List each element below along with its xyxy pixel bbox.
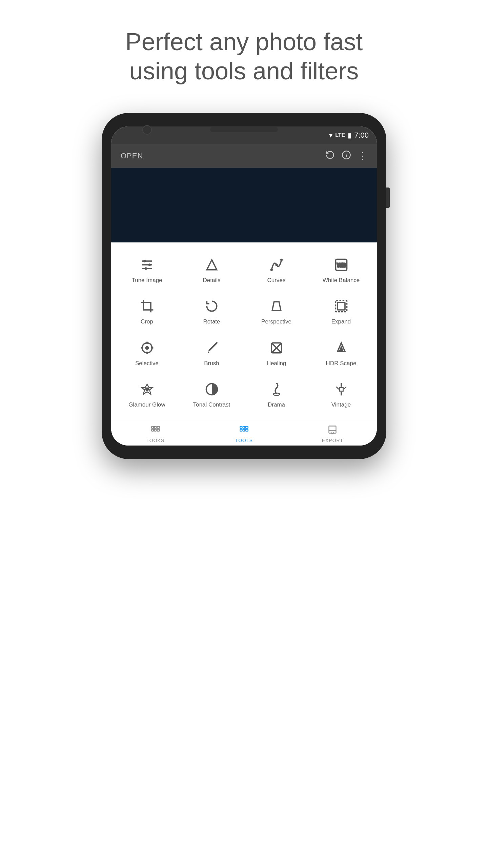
svg-rect-50: [243, 429, 245, 431]
details-icon: [203, 256, 221, 274]
tool-crop[interactable]: Crop: [115, 291, 179, 332]
svg-rect-41: [154, 427, 156, 429]
phone-shell: ▾ LTE ▮ 7:00 OPEN: [102, 113, 386, 459]
tools-panel: Tune Image Details: [111, 242, 377, 422]
nav-looks[interactable]: LOOKS: [111, 422, 200, 446]
vintage-label: Vintage: [331, 401, 351, 408]
tool-details[interactable]: Details: [179, 249, 244, 291]
svg-rect-42: [157, 427, 159, 429]
tool-vintage[interactable]: Vintage: [309, 374, 373, 415]
more-icon[interactable]: ⋮: [358, 150, 367, 161]
phone-camera: [142, 125, 152, 135]
lte-icon: LTE: [335, 132, 345, 138]
crop-icon: [138, 297, 156, 315]
hdr-scape-label: HDR Scape: [326, 360, 357, 367]
tool-healing[interactable]: Healing: [244, 332, 309, 374]
tune-image-label: Tune Image: [131, 277, 162, 284]
page-heading: Perfect any photo fast using tools and f…: [92, 27, 396, 86]
svg-rect-39: [339, 387, 343, 391]
phone-power-button: [386, 188, 390, 208]
svg-rect-45: [157, 429, 159, 431]
healing-icon: [268, 339, 285, 357]
selective-icon: [138, 339, 156, 357]
tool-rotate[interactable]: Rotate: [179, 291, 244, 332]
svg-point-7: [148, 263, 150, 266]
expand-label: Expand: [331, 318, 351, 325]
tune-image-icon: [138, 256, 156, 274]
svg-rect-40: [151, 427, 154, 429]
svg-rect-43: [151, 429, 154, 431]
details-label: Details: [203, 277, 221, 284]
svg-point-10: [270, 269, 272, 271]
svg-point-34: [273, 393, 279, 395]
tools-label: TOOLS: [235, 438, 253, 443]
tool-tonal-contrast[interactable]: Tonal Contrast: [179, 374, 244, 415]
vintage-icon: [332, 380, 350, 398]
brush-icon: [203, 339, 221, 357]
perspective-label: Perspective: [261, 318, 291, 325]
white-balance-icon: WB: [332, 256, 350, 274]
open-button[interactable]: OPEN: [121, 152, 143, 160]
tools-icon: [239, 425, 249, 436]
status-icons: ▾ LTE ▮ 7:00: [329, 131, 369, 140]
phone-screen: ▾ LTE ▮ 7:00 OPEN: [111, 126, 377, 446]
svg-rect-48: [246, 427, 248, 429]
tool-selective[interactable]: Selective: [115, 332, 179, 374]
svg-rect-47: [243, 427, 245, 429]
svg-point-12: [280, 258, 283, 261]
curves-icon: [268, 256, 285, 274]
curves-label: Curves: [267, 277, 286, 284]
drama-icon: [268, 380, 285, 398]
perspective-icon: [268, 297, 285, 315]
bottom-nav: LOOKS TOOLS: [111, 422, 377, 446]
svg-point-11: [275, 263, 278, 266]
svg-rect-19: [338, 302, 345, 310]
looks-label: LOOKS: [146, 438, 164, 443]
info-icon[interactable]: [342, 150, 351, 162]
tool-glamour-glow[interactable]: Glamour Glow: [115, 374, 179, 415]
tool-drama[interactable]: Drama: [244, 374, 309, 415]
tool-perspective[interactable]: Perspective: [244, 291, 309, 332]
tool-white-balance[interactable]: WB White Balance: [309, 249, 373, 291]
svg-point-8: [144, 267, 147, 270]
status-time: 7:00: [354, 131, 369, 140]
svg-rect-51: [246, 429, 248, 431]
nav-tools[interactable]: TOOLS: [200, 422, 288, 446]
photo-preview: [111, 168, 377, 242]
expand-icon: [332, 297, 350, 315]
svg-line-37: [336, 387, 339, 389]
hdr-scape-icon: [332, 339, 350, 357]
tool-hdr-scape[interactable]: HDR Scape: [309, 332, 373, 374]
tool-brush[interactable]: Brush: [179, 332, 244, 374]
tool-tune-image[interactable]: Tune Image: [115, 249, 179, 291]
svg-marker-16: [272, 302, 281, 311]
battery-icon: ▮: [348, 131, 351, 139]
export-icon: [328, 425, 337, 436]
svg-point-32: [145, 387, 149, 391]
tool-expand[interactable]: Expand: [309, 291, 373, 332]
nav-export[interactable]: EXPORT: [288, 422, 377, 446]
svg-rect-46: [240, 427, 242, 429]
svg-point-21: [145, 346, 149, 350]
white-balance-label: White Balance: [323, 277, 360, 284]
rotate-label: Rotate: [203, 318, 220, 325]
svg-rect-49: [240, 429, 242, 431]
page-title-text2: using tools and filters: [129, 57, 359, 84]
wifi-icon: ▾: [329, 131, 332, 139]
drama-label: Drama: [268, 401, 285, 408]
svg-point-6: [143, 260, 146, 262]
page-title-text: Perfect any photo fast: [125, 28, 363, 55]
tonal-contrast-icon: [203, 380, 221, 398]
healing-label: Healing: [267, 360, 286, 367]
svg-text:WB: WB: [337, 262, 346, 268]
undo-icon[interactable]: [325, 150, 335, 162]
glamour-glow-label: Glamour Glow: [128, 401, 165, 408]
tool-curves[interactable]: Curves: [244, 249, 309, 291]
export-label: EXPORT: [322, 438, 343, 443]
crop-label: Crop: [141, 318, 153, 325]
brush-label: Brush: [204, 360, 219, 367]
svg-line-38: [344, 387, 346, 389]
app-bar: OPEN ⋮: [111, 144, 377, 168]
svg-rect-52: [329, 426, 336, 433]
tools-grid: Tune Image Details: [115, 249, 373, 415]
